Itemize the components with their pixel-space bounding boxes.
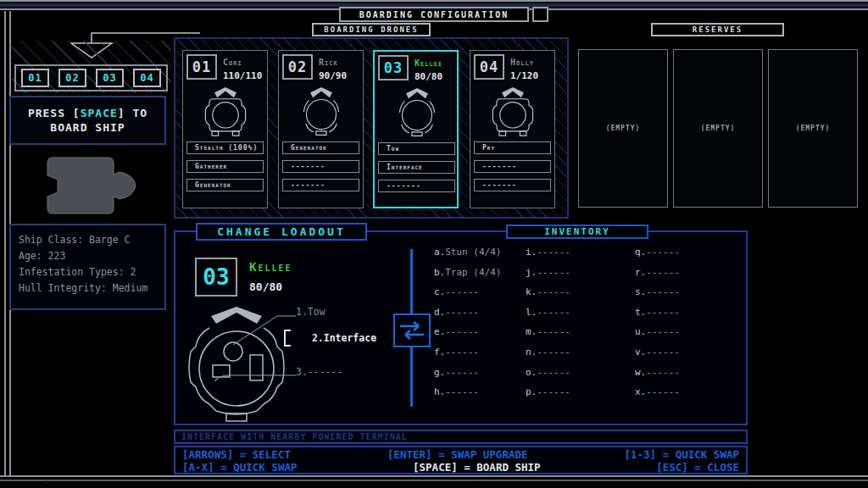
- inventory-item-t[interactable]: t.------: [635, 302, 747, 323]
- boarding-drones-panel: 01 Cori 110/110 Stealth (100%) Gatherer …: [174, 37, 569, 219]
- ship-class: Ship Class: Barge C: [19, 232, 164, 248]
- upgrade-slot-3[interactable]: -------: [378, 180, 455, 192]
- upgrade-slot-1[interactable]: Tow: [378, 142, 455, 155]
- drone-name: Cori: [223, 58, 242, 67]
- drone-icon: [387, 86, 447, 140]
- upgrade-slot-1[interactable]: Stealth (100%): [186, 141, 264, 154]
- bottom-frame-line: [0, 475, 868, 481]
- drone-name: Kellee: [415, 58, 442, 68]
- upgrade-slot-3[interactable]: Generator: [186, 179, 264, 191]
- dock-slot-03[interactable]: 03: [96, 69, 124, 87]
- upgrade-slot-2[interactable]: Gatherer: [186, 160, 264, 173]
- drone-number: 03: [378, 55, 409, 80]
- inventory-item-p[interactable]: p.------: [526, 382, 637, 402]
- board-ship-prompt: PRESS [SPACE] TO BOARD SHIP: [9, 96, 166, 145]
- loadout-drone-number: 03: [195, 258, 237, 297]
- drone-hp: 110/110: [223, 70, 262, 81]
- ship-silhouette: [36, 152, 139, 220]
- dock-slot-02[interactable]: 02: [58, 69, 86, 87]
- drone-name: Holly: [510, 58, 534, 67]
- upgrade-slot-3[interactable]: -------: [282, 179, 359, 191]
- reserve-slot-2[interactable]: (EMPTY): [673, 49, 763, 208]
- loadout-slot-2-label: 2.Interface: [312, 332, 376, 344]
- drone-hp: 90/90: [319, 70, 347, 81]
- hint-esc-close: [ESC] = CLOSE: [656, 461, 739, 474]
- swap-arrows-icon: [393, 313, 431, 347]
- loadout-drone-name: Kellee: [249, 260, 292, 274]
- title-side-segment: [532, 7, 548, 22]
- loadout-drone-hp: 80/80: [249, 280, 282, 293]
- dock-slot-row: 01 02 03 04: [14, 64, 168, 92]
- inventory-column-3: q.------r.------s.------t.------u.------…: [635, 242, 747, 402]
- inventory-item-m[interactable]: m.------: [526, 322, 637, 342]
- drone-hp: 1/120: [510, 70, 538, 81]
- inventory-item-i[interactable]: i.------: [526, 242, 637, 263]
- hint-a-x-quick-swap: [A-X] = QUICK SWAP: [182, 461, 297, 474]
- reserve-slot-3[interactable]: (EMPTY): [768, 49, 858, 208]
- change-loadout-panel: CHANGE LOADOUT INVENTORY 03 Kellee 80/80…: [174, 230, 748, 425]
- upgrade-slot-3[interactable]: -------: [474, 179, 551, 191]
- drone-number: 04: [474, 54, 504, 80]
- hint-enter-swap: [ENTER] = SWAP UPGRADE: [387, 448, 528, 461]
- inventory-item-o[interactable]: o.------: [526, 363, 637, 383]
- ship-infestation: Infestation Types: 2: [19, 264, 164, 280]
- loadout-slot-1[interactable]: 1.Tow: [296, 306, 326, 318]
- inventory-item-u[interactable]: u.------: [635, 322, 747, 342]
- drone-name: Rick: [319, 58, 338, 67]
- prompt-line2: BOARD SHIP: [50, 120, 125, 135]
- hint-1-3-quick-swap: [1-3] = QUICK SWAP: [625, 448, 739, 461]
- drone-card-cori[interactable]: 01 Cori 110/110 Stealth (100%) Gatherer …: [182, 50, 268, 208]
- inventory-item-v[interactable]: v.------: [635, 342, 747, 363]
- ship-hull: Hull Integrity: Medium: [19, 280, 164, 297]
- inventory-item-n[interactable]: n.------: [526, 342, 637, 363]
- hint-arrows-select: [ARROWS] = SELECT: [182, 448, 291, 461]
- selection-bracket-left: [284, 330, 291, 347]
- hint-space-board-ship: [SPACE] = BOARD SHIP: [413, 461, 541, 474]
- reserve-slot-1[interactable]: (EMPTY): [578, 49, 668, 208]
- inventory-item-k[interactable]: k.------: [526, 282, 637, 302]
- loadout-slot-3[interactable]: 3.------: [296, 366, 342, 378]
- upgrade-slot-1[interactable]: Pry: [474, 141, 551, 154]
- prompt-text-post: ] TO: [118, 107, 147, 119]
- loadout-slot-2-selected[interactable]: 2.Interface: [284, 329, 404, 347]
- help-bar: [ARROWS] = SELECT [ENTER] = SWAP UPGRADE…: [174, 446, 748, 474]
- drone-card-holly[interactable]: 04 Holly 1/120 Pry ------- -------: [470, 50, 555, 208]
- ship-age: Age: 223: [19, 248, 164, 264]
- drone-topview-diagram: [182, 304, 309, 424]
- inventory-item-w[interactable]: w.------: [635, 363, 747, 383]
- inventory-item-x[interactable]: x.------: [635, 382, 747, 402]
- inventory-item-r[interactable]: r.------: [635, 263, 747, 283]
- drone-icon: [292, 85, 351, 139]
- inventory-column-2: i.------j.------k.------l.------m.------…: [526, 242, 637, 402]
- inventory-item-j[interactable]: j.------: [526, 263, 637, 283]
- inventory-item-q[interactable]: q.------: [635, 242, 747, 263]
- dock-slot-01[interactable]: 01: [21, 69, 49, 87]
- inventory-item-s[interactable]: s.------: [635, 282, 747, 302]
- dock-slot-04[interactable]: 04: [133, 69, 161, 87]
- prompt-text: PRESS [: [28, 107, 81, 119]
- page-title: BOARDING CONFIGURATION: [339, 7, 529, 22]
- drone-card-kellee-selected[interactable]: 03 Kellee 80/80 Tow Interface -------: [373, 50, 459, 208]
- drone-card-rick[interactable]: 02 Rick 90/90 Generator ------- -------: [278, 50, 364, 208]
- prompt-key-space: SPACE: [81, 107, 118, 119]
- drone-number: 02: [282, 54, 313, 80]
- section-label-reserves: RESERVES: [651, 23, 784, 36]
- upgrade-slot-2[interactable]: -------: [474, 160, 551, 173]
- status-bar: INTERFACE WITH NEARBY POWERED TERMINAL: [174, 430, 748, 444]
- drone-icon: [483, 85, 542, 139]
- inventory-title: INVENTORY: [506, 225, 648, 239]
- drone-hp: 80/80: [415, 71, 442, 82]
- section-label-boarding-drones: BOARDING DRONES: [312, 23, 431, 36]
- drone-number: 01: [186, 54, 217, 80]
- upgrade-slot-2[interactable]: -------: [282, 160, 359, 173]
- upgrade-slot-2[interactable]: Interface: [378, 161, 455, 174]
- change-loadout-title: CHANGE LOADOUT: [196, 223, 367, 241]
- upgrade-slot-1[interactable]: Generator: [282, 141, 359, 154]
- inventory-item-l[interactable]: l.------: [526, 302, 637, 323]
- drone-icon: [196, 85, 255, 139]
- ship-info-box: Ship Class: Barge C Age: 223 Infestation…: [9, 224, 166, 310]
